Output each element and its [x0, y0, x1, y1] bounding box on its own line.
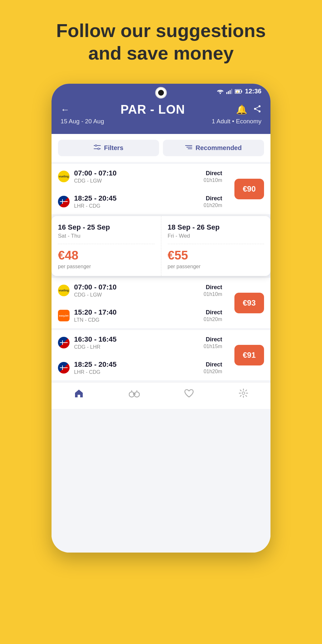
price-button-2[interactable]: €93: [234, 293, 264, 313]
recommended-button[interactable]: Recommended: [163, 140, 264, 156]
outbound-airports-3: CDG - LHR: [74, 344, 185, 350]
bell-icon[interactable]: 🔔: [236, 104, 247, 115]
inbound-time-text-1: 18:25 - 20:45: [74, 194, 185, 203]
flight-card-3: 16:30 - 16:45 CDG - LHR Direct 01h15m 18…: [52, 330, 270, 380]
status-icons: ⚡ 12:36: [217, 88, 261, 95]
british-logo-3b: [58, 362, 70, 374]
svg-line-12: [256, 107, 259, 108]
outbound-type-2: Direct: [190, 284, 222, 291]
outbound-type-1: Direct: [190, 170, 222, 177]
suggestion-price-1: €48: [58, 249, 155, 262]
inbound-type-1: Direct: [190, 195, 222, 202]
content-area: Filters Recommended vueling: [52, 134, 270, 553]
suggestion-pp-2: per passenger: [168, 264, 264, 270]
svg-point-10: [254, 108, 256, 110]
phone-shell: ⚡ 12:36 ← PAR - LON 🔔: [52, 84, 270, 553]
header-actions: 🔔: [236, 104, 261, 115]
svg-rect-6: [241, 90, 242, 92]
outbound-row-3: 16:30 - 16:45 CDG - LHR Direct 01h15m: [52, 330, 229, 355]
inbound-airports-2: LTN - CDG: [74, 317, 185, 323]
outbound-type-3: Direct: [190, 336, 222, 343]
filter-icon: [94, 144, 101, 152]
app-header: ← PAR - LON 🔔 15 Aug - 20 Aug 1 Adult • …: [52, 98, 270, 134]
inbound-info-3: Direct 01h20m: [190, 361, 222, 374]
inbound-type-3: Direct: [190, 361, 222, 368]
heart-icon: [184, 388, 194, 400]
svg-rect-3: [230, 90, 231, 94]
svg-text:⚡: ⚡: [236, 90, 239, 93]
inbound-times-3: 18:25 - 20:45 LHR - CDG: [74, 360, 185, 375]
british-logo-3a: [58, 337, 70, 348]
inbound-type-2: Direct: [190, 309, 222, 316]
inbound-time-text-3: 18:25 - 20:45: [74, 360, 185, 369]
page-headline: Follow our suggestions and save money: [0, 0, 322, 74]
suggestion-date-2: 18 Sep - 26 Sep: [168, 223, 264, 232]
svg-point-0: [220, 93, 221, 94]
binoculars-icon: [129, 388, 140, 400]
suggestion-row: 16 Sep - 25 Sep Sat - Thu €48 per passen…: [52, 216, 270, 276]
inbound-airports-1: LHR - CDG: [74, 203, 185, 209]
inbound-airports-3: LHR - CDG: [74, 369, 185, 375]
outbound-duration-3: 01h15m: [190, 344, 222, 349]
suggestion-divider-2: [168, 244, 264, 244]
nav-search[interactable]: [129, 388, 140, 401]
inbound-duration-3: 01h20m: [190, 369, 222, 374]
nav-favorites[interactable]: [184, 388, 194, 401]
suggestion-divider-1: [58, 244, 155, 244]
filter-bar: Filters Recommended: [52, 134, 270, 162]
inbound-duration-1: 01h20m: [190, 203, 222, 208]
svg-rect-4: [231, 89, 232, 94]
status-bar: ⚡ 12:36: [52, 84, 270, 98]
suggestion-card[interactable]: 16 Sep - 25 Sep Sat - Thu €48 per passen…: [52, 216, 270, 276]
bottom-nav: [52, 382, 270, 409]
vueling-logo-2: vueling: [58, 285, 70, 296]
outbound-times-1: 07:00 - 07:10 CDG - LGW: [74, 169, 185, 184]
suggestion-price-2: €55: [168, 249, 264, 262]
price-button-1[interactable]: €90: [234, 179, 264, 199]
outbound-duration-2: 01h10m: [190, 291, 222, 297]
camera: [158, 90, 164, 96]
back-button[interactable]: ←: [61, 105, 70, 115]
suggestion-date-1: 16 Sep - 25 Sep: [58, 223, 155, 232]
inbound-row-1: 18:25 - 20:45 LHR - CDG Direct 01h20m: [52, 189, 229, 214]
headline-line2: and save money: [88, 43, 233, 63]
outbound-info-1: Direct 01h10m: [190, 170, 222, 183]
inbound-duration-2: 01h20m: [190, 317, 222, 322]
suggestion-cell-2[interactable]: 18 Sep - 26 Sep Fri - Wed €55 per passen…: [161, 216, 271, 276]
suggestion-pp-1: per passenger: [58, 264, 155, 270]
outbound-times-3: 16:30 - 16:45 CDG - LHR: [74, 335, 185, 350]
home-icon: [74, 388, 84, 401]
nav-home[interactable]: [74, 388, 84, 401]
share-icon[interactable]: [253, 105, 261, 115]
inbound-row-2: easyJet 15:20 - 17:40 LTN - CDG Direct 0…: [52, 303, 229, 328]
recommended-label: Recommended: [195, 144, 242, 152]
nav-settings[interactable]: [239, 388, 248, 401]
svg-point-33: [242, 392, 245, 394]
outbound-time-text-2: 07:00 - 07:10: [74, 283, 185, 291]
signal-icon: [226, 89, 232, 94]
notch: [155, 87, 167, 99]
outbound-time-text-3: 16:30 - 16:45: [74, 335, 185, 344]
inbound-times-2: 15:20 - 17:40 LTN - CDG: [74, 308, 185, 323]
inbound-time-text-2: 15:20 - 17:40: [74, 308, 185, 317]
suggestion-day-2: Fri - Wed: [168, 233, 264, 239]
filters-button[interactable]: Filters: [58, 140, 159, 156]
outbound-time-text-1: 07:00 - 07:10: [74, 169, 185, 177]
route-dates: 15 Aug - 20 Aug: [61, 118, 104, 125]
inbound-info-2: Direct 01h20m: [190, 309, 222, 322]
inbound-row-3: 18:25 - 20:45 LHR - CDG Direct 01h20m: [52, 355, 229, 380]
status-time: 12:36: [245, 88, 261, 95]
suggestion-cell-1[interactable]: 16 Sep - 25 Sep Sat - Thu €48 per passen…: [52, 216, 161, 276]
filters-label: Filters: [104, 144, 123, 152]
easyjet-logo: easyJet: [58, 310, 70, 321]
british-logo-1: [58, 196, 70, 207]
inbound-info-1: Direct 01h20m: [190, 195, 222, 208]
outbound-info-2: Direct 01h10m: [190, 284, 222, 297]
outbound-airports-2: CDG - LGW: [74, 292, 185, 298]
outbound-times-2: 07:00 - 07:10 CDG - LGW: [74, 283, 185, 298]
gear-icon: [239, 388, 248, 401]
flight-card-2: vueling 07:00 - 07:10 CDG - LGW Direct 0…: [52, 278, 270, 328]
price-button-3[interactable]: €91: [234, 345, 264, 365]
outbound-info-3: Direct 01h15m: [190, 336, 222, 349]
battery-icon: ⚡: [235, 89, 242, 94]
